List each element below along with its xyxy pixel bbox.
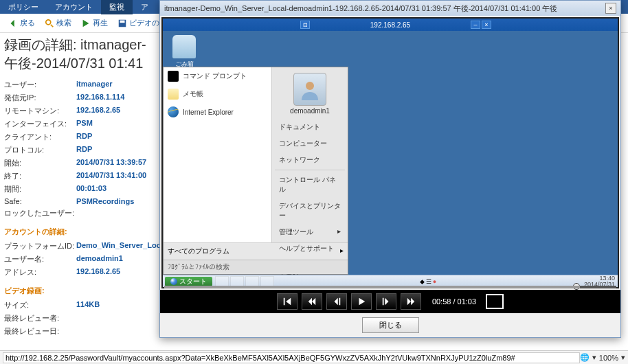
remote-screen: ⊟ 192.168.2.65 – × ごみ箱 ◐Kiwi Syslog Serv… [161, 17, 619, 288]
sm-control-panel[interactable]: コントロール パネル [272, 172, 348, 198]
modal-close-x[interactable]: × [605, 3, 616, 14]
start-menu-username: demoadmin1 [272, 107, 348, 119]
detail-label: ロックしたユーザー: [4, 208, 76, 218]
svg-point-0 [46, 19, 51, 24]
detail-value: RDP [76, 145, 92, 155]
detail-label: Safe: [4, 197, 76, 205]
detail-value: 192.168.2.65 [76, 106, 120, 116]
sm-devices[interactable]: デバイスとプリンター [272, 198, 348, 224]
nav-policy[interactable]: ポリシー [0, 0, 47, 14]
detail-label: ユーザー名: [4, 254, 76, 264]
search-button[interactable]: 検索 [41, 16, 76, 30]
back-button[interactable]: 戻る [4, 16, 39, 30]
sm-ie[interactable]: Internet Explorer [164, 103, 271, 121]
sm-all-programs[interactable]: すべてのプログラム▸ [164, 242, 348, 260]
minimize-icon[interactable]: – [471, 21, 480, 29]
step-fwd-button[interactable] [376, 293, 396, 310]
modal-titlebar: itmanager-Demo_Win_Server_Local-demoadmi… [160, 1, 620, 16]
fullscreen-button[interactable] [486, 294, 504, 309]
play-button[interactable]: 再生 [77, 16, 112, 30]
detail-label: 開始: [4, 158, 76, 168]
nav-monitor[interactable]: 監視 [101, 0, 133, 14]
scrub-knob[interactable] [573, 283, 580, 290]
sm-cmd[interactable]: コマンド プロンプト [164, 67, 271, 85]
detail-value: PSMRecordings [76, 197, 134, 205]
tray-icon[interactable]: ☰ [426, 278, 431, 285]
sm-computer[interactable]: コンピューター [272, 135, 348, 152]
detail-label: 期間: [4, 184, 76, 194]
zoom-dropdown-icon[interactable]: ▾ [621, 353, 625, 362]
sm-search-box[interactable]: ﾌﾛｸﾞﾗﾑとﾌｧｲﾙの検索 [164, 260, 348, 274]
start-menu: コマンド プロンプト メモ帳 Internet Explorer demoadm… [163, 67, 348, 275]
zoom-level: 100% [599, 354, 618, 362]
detail-label: プロトコル: [4, 145, 76, 155]
detail-value: itmanager [76, 80, 113, 90]
sm-notepad[interactable]: メモ帳 [164, 85, 271, 103]
start-menu-programs: コマンド プロンプト メモ帳 Internet Explorer [164, 67, 272, 242]
modal-title-text: itmanager-Demo_Win_Server_Local-demoadmi… [164, 3, 557, 14]
detail-label: サイズ: [4, 300, 76, 310]
remote-title: 192.168.2.65 [370, 21, 410, 29]
detail-value: 114KB [76, 300, 100, 310]
detail-value: 192.168.1.114 [76, 93, 124, 103]
video-player-controls: 00:58 / 01:03 [160, 290, 620, 313]
user-avatar-icon [293, 73, 326, 106]
close-button[interactable]: 閉じる [362, 317, 419, 333]
detail-label: クライアント: [4, 132, 76, 142]
recycle-bin-icon[interactable]: ごみ箱 [167, 35, 201, 69]
svg-rect-2 [120, 20, 125, 23]
chevron-right-icon: ▸ [337, 227, 341, 237]
detail-value: RDP [76, 132, 92, 142]
status-url[interactable] [3, 352, 580, 363]
detail-value: 2014/07/31 13:41:00 [76, 171, 146, 181]
rewind-button[interactable] [302, 293, 322, 310]
detail-label: プラットフォームID: [4, 241, 76, 251]
scrub-bar[interactable] [164, 286, 616, 288]
start-button[interactable]: スタート [165, 277, 212, 286]
remote-title-bar: ⊟ 192.168.2.65 – × [163, 19, 618, 31]
zoom-down-icon[interactable]: ▾ [592, 353, 596, 362]
start-menu-places: demoadmin1 ドキュメント コンピューター ネットワーク コントロール … [272, 67, 348, 242]
detail-value: demoadmin1 [76, 254, 123, 264]
detail-value: 192.168.2.65 [76, 267, 120, 277]
sm-admin-tools[interactable]: 管理ツール▸ [272, 224, 348, 240]
system-tray: ◆ ☰ ● [420, 278, 436, 285]
video-modal: itmanager-Demo_Win_Server_Local-demoadmi… [159, 0, 621, 338]
detail-label: 終了: [4, 171, 76, 181]
detail-label: アドレス: [4, 267, 76, 277]
svg-point-3 [306, 82, 314, 90]
skip-start-button[interactable] [277, 293, 298, 310]
sm-documents[interactable]: ドキュメント [272, 119, 348, 135]
detail-label: リモートマシン: [4, 106, 76, 116]
internet-zone-icon: 🌐 [580, 353, 590, 362]
detail-value: 00:01:03 [76, 184, 106, 194]
detail-label: 最終レビュー者: [4, 313, 76, 323]
detail-value: PSM [76, 119, 93, 129]
nav-a[interactable]: ア [133, 0, 157, 14]
windows-orb-icon [170, 278, 177, 285]
zoom-control[interactable]: 🌐 ▾ 100% ▾ [580, 353, 625, 362]
pin-icon[interactable]: ⊟ [300, 21, 310, 29]
tray-icon[interactable]: ◆ [420, 278, 425, 285]
detail-label: ユーザー: [4, 80, 76, 90]
sm-network[interactable]: ネットワーク [272, 152, 348, 168]
play-pause-button[interactable] [351, 293, 372, 310]
player-time: 00:58 / 01:03 [432, 297, 476, 306]
status-bar: 🌐 ▾ 100% ▾ [0, 350, 628, 364]
step-back-button[interactable] [326, 293, 347, 310]
detail-label: インターフェイス: [4, 119, 76, 129]
nav-account[interactable]: アカウント [47, 0, 101, 14]
chevron-right-icon: ▸ [340, 247, 344, 256]
detail-value: Demo_Win_Server_Local [76, 241, 167, 251]
detail-label: 最終レビュー日: [4, 326, 76, 337]
detail-label: 発信元IP: [4, 93, 76, 103]
close-remote-icon[interactable]: × [482, 21, 491, 29]
detail-value: 2014/07/31 13:39:57 [76, 158, 146, 168]
fast-fwd-button[interactable] [401, 293, 421, 310]
tray-icon[interactable]: ● [433, 278, 436, 285]
